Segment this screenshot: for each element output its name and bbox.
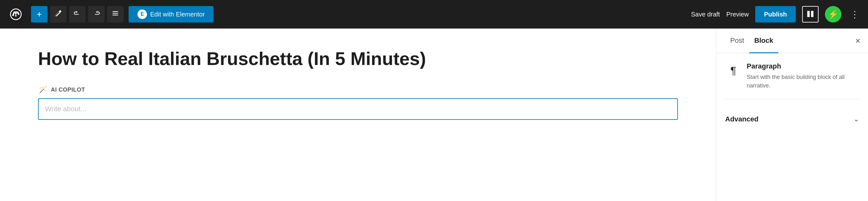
svg-rect-1: [811, 11, 813, 17]
advanced-section[interactable]: Advanced ⌄: [725, 109, 859, 129]
publish-button[interactable]: Publish: [755, 6, 796, 23]
tab-post[interactable]: Post: [725, 29, 749, 53]
tab-block[interactable]: Block: [749, 29, 778, 53]
tools-button[interactable]: [50, 6, 66, 23]
advanced-label: Advanced: [725, 115, 758, 123]
wordpress-logo[interactable]: [6, 5, 25, 24]
block-details: Paragraph Start with the basic building …: [747, 62, 859, 90]
block-description: Start with the basic building block of a…: [747, 73, 859, 90]
toolbar: + E: [0, 0, 868, 29]
svg-rect-0: [807, 11, 810, 17]
undo-icon: [73, 9, 82, 19]
panel-content: ¶ Paragraph Start with the basic buildin…: [716, 53, 868, 201]
block-name: Paragraph: [747, 62, 859, 70]
panel-close-button[interactable]: ×: [855, 36, 860, 45]
lightning-button[interactable]: ⚡: [825, 6, 841, 23]
layout-icon: [806, 10, 814, 19]
editor-area: How to Real Italian Bruschetta (In 5 Min…: [0, 29, 716, 201]
lightning-icon: ⚡: [828, 9, 838, 19]
edit-with-elementor-button[interactable]: E Edit with Elementor: [129, 6, 214, 23]
ellipsis-icon: ⋮: [850, 9, 859, 19]
redo-button[interactable]: [88, 6, 104, 23]
edit-elementor-label: Edit with Elementor: [150, 11, 205, 18]
toolbar-right-actions: Save draft Preview Publish ⚡ ⋮: [691, 6, 862, 23]
paragraph-block-icon: ¶: [725, 62, 742, 79]
list-view-button[interactable]: [107, 6, 124, 23]
ai-copilot-label: 🪄 AI COPILOT: [38, 86, 678, 94]
block-info: ¶ Paragraph Start with the basic buildin…: [725, 62, 859, 99]
elementor-icon: E: [137, 9, 147, 19]
ai-copilot-section: 🪄 AI COPILOT: [38, 86, 678, 120]
more-options-button[interactable]: ⋮: [848, 9, 862, 20]
redo-icon: [92, 9, 100, 19]
plus-icon: +: [37, 9, 42, 19]
panel-tabs: Post Block ×: [716, 29, 868, 53]
post-title: How to Real Italian Bruschetta (In 5 Min…: [38, 48, 678, 70]
ai-icon: 🪄: [38, 86, 48, 94]
add-block-button[interactable]: +: [31, 6, 48, 23]
list-icon: [111, 9, 119, 19]
preview-button[interactable]: Preview: [726, 11, 749, 18]
right-panel: Post Block × ¶ Paragraph Start with the …: [716, 29, 868, 201]
layout-toggle-button[interactable]: [802, 6, 818, 23]
ai-copilot-input[interactable]: [38, 98, 678, 120]
pencil-icon: [54, 9, 62, 19]
main-area: How to Real Italian Bruschetta (In 5 Min…: [0, 29, 868, 201]
undo-button[interactable]: [69, 6, 86, 23]
save-draft-button[interactable]: Save draft: [691, 11, 720, 18]
chevron-down-icon: ⌄: [854, 115, 859, 123]
